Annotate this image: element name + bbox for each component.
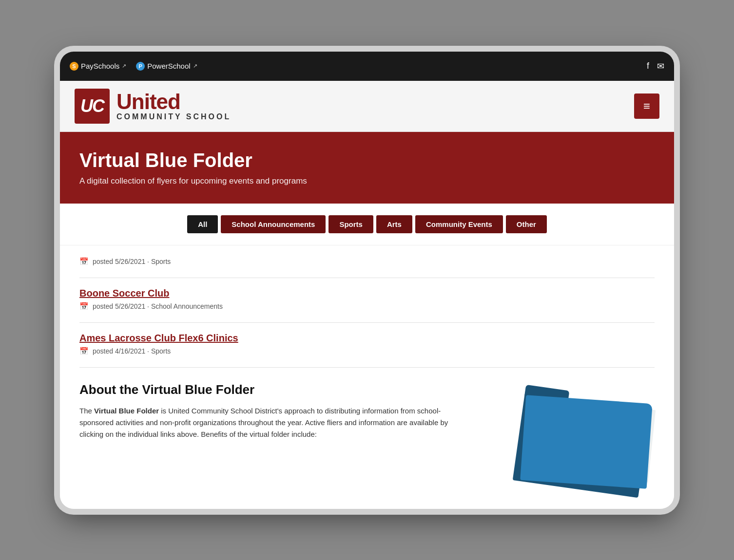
logo-united: United (116, 91, 231, 112)
about-bold: Virtual Blue Folder (94, 407, 159, 415)
flyer-item: Ames Lacrosse Club Flex6 Clinics 📅 poste… (79, 323, 655, 368)
site-header: UC United COMMUNITY SCHOOL ≡ (60, 81, 674, 132)
calendar-icon: 📅 (79, 347, 89, 355)
hamburger-button[interactable]: ≡ (634, 93, 659, 119)
folder-illustration (489, 382, 655, 489)
browser-links: S PaySchools ↗ P PowerSchool ↗ (70, 62, 197, 71)
powerschool-ext-icon: ↗ (193, 63, 197, 69)
logo-area: UC United COMMUNITY SCHOOL (75, 89, 231, 124)
flyer-meta: 📅 posted 4/16/2021 · Sports (79, 347, 655, 355)
calendar-icon: 📅 (79, 302, 89, 311)
hero-banner: Virtual Blue Folder A digital collection… (60, 132, 674, 204)
filter-bar: All School Announcements Sports Arts Com… (60, 204, 674, 245)
logo-community: COMMUNITY SCHOOL (116, 112, 231, 121)
powerschool-link[interactable]: P PowerSchool ↗ (136, 62, 197, 71)
filter-all[interactable]: All (187, 215, 218, 233)
flyer-meta: 📅 posted 5/26/2021 · School Announcement… (79, 302, 655, 311)
logo-uc-badge: UC (75, 89, 110, 124)
browser-icons: f ✉ (647, 61, 664, 72)
flyer-meta: 📅 posted 5/26/2021 · Sports (79, 257, 655, 266)
filter-arts[interactable]: Arts (376, 215, 412, 233)
flyer-date: posted 5/26/2021 · Sports (93, 258, 171, 265)
boone-soccer-link[interactable]: Boone Soccer Club (79, 288, 655, 299)
payschools-ext-icon: ↗ (122, 63, 126, 69)
filter-sports[interactable]: Sports (328, 215, 373, 233)
about-text: About the Virtual Blue Folder The Virtua… (79, 382, 469, 440)
facebook-icon[interactable]: f (647, 61, 649, 71)
payschools-label: PaySchools (81, 62, 119, 70)
hero-subtitle: A digital collection of flyers for upcom… (79, 176, 655, 186)
folder-front (520, 395, 653, 489)
flyer-date: posted 5/26/2021 · School Announcements (93, 302, 223, 310)
about-title: About the Virtual Blue Folder (79, 382, 469, 397)
browser-bar: S PaySchools ↗ P PowerSchool ↗ f ✉ (60, 52, 674, 81)
payschools-link[interactable]: S PaySchools ↗ (70, 62, 126, 71)
ames-lacrosse-link[interactable]: Ames Lacrosse Club Flex6 Clinics (79, 333, 655, 344)
filter-school-announcements[interactable]: School Announcements (221, 215, 326, 233)
payschools-icon: S (70, 62, 78, 71)
device-frame: S PaySchools ↗ P PowerSchool ↗ f ✉ UC Un… (60, 52, 674, 509)
flyer-date: posted 4/16/2021 · Sports (93, 347, 171, 355)
filter-community-events[interactable]: Community Events (415, 215, 503, 233)
about-container: About the Virtual Blue Folder The Virtua… (79, 382, 655, 489)
powerschool-label: PowerSchool (147, 62, 190, 70)
about-section: About the Virtual Blue Folder The Virtua… (60, 368, 674, 509)
flyer-item: Boone Soccer Club 📅 posted 5/26/2021 · S… (79, 278, 655, 323)
logo-text: United COMMUNITY SCHOOL (116, 91, 231, 121)
email-icon[interactable]: ✉ (657, 61, 664, 72)
powerschool-icon: P (136, 62, 145, 71)
filter-other[interactable]: Other (506, 215, 547, 233)
calendar-icon: 📅 (79, 257, 89, 266)
about-body: The Virtual Blue Folder is United Commun… (79, 405, 469, 440)
flyer-item: 📅 posted 5/26/2021 · Sports (79, 245, 655, 278)
page-title: Virtual Blue Folder (79, 149, 655, 171)
about-body-part1: The (79, 407, 94, 415)
content-area: 📅 posted 5/26/2021 · Sports Boone Soccer… (60, 245, 674, 368)
